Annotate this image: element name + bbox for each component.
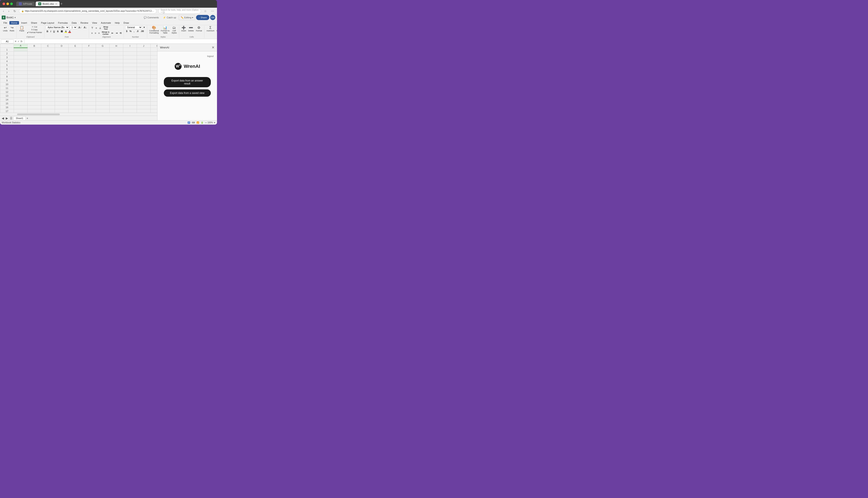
cell-B6[interactable] (27, 67, 41, 71)
cell-F2[interactable] (82, 52, 96, 55)
cell-B4[interactable] (27, 59, 41, 63)
formula-input[interactable] (26, 40, 216, 43)
horizontal-scrollbar[interactable] (0, 113, 157, 116)
number-format-dropdown[interactable]: ▾ (143, 26, 146, 29)
cell-H9[interactable] (110, 79, 123, 82)
menu-page-layout[interactable]: Page Layout (39, 21, 56, 25)
wrap-text-button[interactable]: WrapText (103, 26, 109, 30)
underline-button[interactable]: U (52, 30, 56, 33)
cell-F16[interactable] (82, 105, 96, 109)
cell-G1[interactable] (96, 48, 110, 52)
cell-B7[interactable] (27, 71, 41, 75)
cell-J1[interactable] (137, 48, 151, 52)
cell-D8[interactable] (55, 75, 68, 79)
zoom-out-button[interactable]: − (205, 121, 206, 124)
cell-C8[interactable] (41, 75, 55, 79)
cell-I17[interactable] (123, 109, 137, 113)
cell-K5[interactable] (151, 63, 157, 67)
share-button[interactable]: ↑ Share (196, 15, 209, 20)
cell-H14[interactable] (110, 98, 123, 102)
cell-E12[interactable] (68, 90, 82, 94)
cell-G10[interactable] (96, 82, 110, 86)
cell-A6[interactable] (14, 67, 27, 71)
cell-J14[interactable] (137, 98, 151, 102)
cell-H2[interactable] (110, 52, 123, 55)
cell-J7[interactable] (137, 71, 151, 75)
indent-increase-button[interactable]: ⇥ (115, 31, 118, 35)
font-color-button[interactable]: A (68, 30, 71, 33)
align-top-button[interactable]: ⊤ (90, 26, 94, 30)
cell-H6[interactable] (110, 67, 123, 71)
cell-E7[interactable] (68, 71, 82, 75)
cell-J5[interactable] (137, 63, 151, 67)
cell-B12[interactable] (27, 90, 41, 94)
cell-I9[interactable] (123, 79, 137, 82)
cell-A9[interactable] (14, 79, 27, 82)
forward-button[interactable]: › (7, 9, 11, 13)
catch-up-button[interactable]: ⚡ Catch up (161, 15, 178, 20)
cell-B17[interactable] (27, 109, 41, 113)
export-answer-button[interactable]: Export data from an answer result (164, 77, 211, 87)
cell-F6[interactable] (82, 67, 96, 71)
cell-C1[interactable] (41, 48, 55, 52)
cell-H13[interactable] (110, 94, 123, 98)
cell-I8[interactable] (123, 75, 137, 79)
formula-fx-icon[interactable]: fx (21, 40, 23, 43)
cell-J6[interactable] (137, 67, 151, 71)
decrease-decimal-button[interactable]: .0 (136, 30, 139, 32)
cell-C14[interactable] (41, 98, 55, 102)
zoom-in-button[interactable]: + (214, 121, 215, 124)
cell-I11[interactable] (123, 86, 137, 90)
tab-close-icon[interactable]: ✕ (55, 3, 57, 5)
cell-C11[interactable] (41, 86, 55, 90)
list-sheets-button[interactable]: ☰ (9, 116, 13, 120)
cell-F3[interactable] (82, 55, 96, 59)
cell-styles-button[interactable]: 🗂 CellStyles (171, 26, 178, 34)
cell-J15[interactable] (137, 102, 151, 105)
font-name-selector[interactable]: Aptos Narrow (Bo... (46, 26, 69, 29)
refresh-button[interactable]: ↻ (12, 9, 17, 13)
fill-color-button[interactable]: A (64, 30, 67, 33)
cell-C16[interactable] (41, 105, 55, 109)
dropdown-chevron-icon[interactable]: ▾ (14, 16, 16, 19)
minimize-traffic-light[interactable] (7, 2, 9, 5)
cell-E5[interactable] (68, 63, 82, 67)
cell-H1[interactable] (110, 48, 123, 52)
cell-D9[interactable] (55, 79, 68, 82)
scroll-sheets-right-button[interactable]: ▶ (5, 116, 9, 120)
cell-G8[interactable] (96, 75, 110, 79)
cell-H17[interactable] (110, 109, 123, 113)
cell-G17[interactable] (96, 109, 110, 113)
cell-G4[interactable] (96, 59, 110, 63)
cell-E2[interactable] (68, 52, 82, 55)
cell-E9[interactable] (68, 79, 82, 82)
browser-menu-icon[interactable]: ⋯ (210, 9, 215, 13)
cell-I1[interactable] (123, 48, 137, 52)
cell-K1[interactable] (151, 48, 157, 52)
merge-center-button[interactable]: Merge &Center (101, 31, 111, 36)
cell-E1[interactable] (68, 48, 82, 52)
menu-automate[interactable]: Automate (99, 21, 113, 25)
cell-A15[interactable] (14, 102, 27, 105)
cell-reference-input[interactable] (1, 39, 14, 43)
cell-G15[interactable] (96, 102, 110, 105)
cell-D14[interactable] (55, 98, 68, 102)
percent-button[interactable]: % (129, 30, 132, 32)
cell-B16[interactable] (27, 105, 41, 109)
cell-B11[interactable] (27, 86, 41, 90)
cell-C9[interactable] (41, 79, 55, 82)
cell-I14[interactable] (123, 98, 137, 102)
cell-H16[interactable] (110, 105, 123, 109)
strikethrough-button[interactable]: S (56, 30, 59, 33)
font-increase-button[interactable]: A↑ (78, 26, 82, 29)
cell-C17[interactable] (41, 109, 55, 113)
cell-H3[interactable] (110, 55, 123, 59)
cell-D6[interactable] (55, 67, 68, 71)
cell-G12[interactable] (96, 90, 110, 94)
cell-D2[interactable] (55, 52, 68, 55)
formula-check-icon[interactable]: ✕ (14, 40, 17, 43)
menu-share[interactable]: Share (29, 21, 39, 25)
cell-H7[interactable] (110, 71, 123, 75)
cell-D4[interactable] (55, 59, 68, 63)
menu-home[interactable]: Home (9, 21, 19, 25)
